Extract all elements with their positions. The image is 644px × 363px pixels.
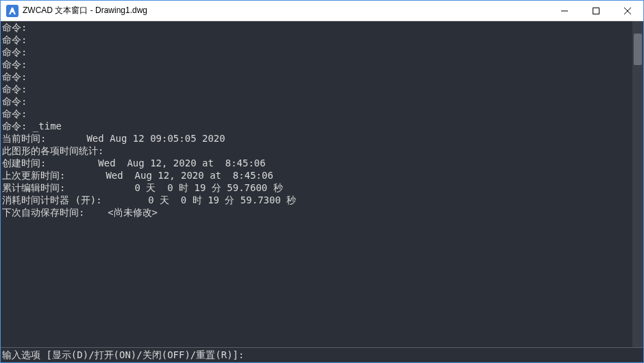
window-controls bbox=[549, 1, 643, 21]
close-icon bbox=[624, 8, 631, 14]
content-area: 命令: 命令: 命令: 命令: 命令: 命令: 命令: 命令: 命令: _tim… bbox=[1, 21, 643, 347]
terminal-output[interactable]: 命令: 命令: 命令: 命令: 命令: 命令: 命令: 命令: 命令: _tim… bbox=[1, 21, 632, 347]
window-title: ZWCAD 文本窗口 - Drawing1.dwg bbox=[23, 5, 549, 16]
scrollbar-thumb[interactable] bbox=[634, 34, 642, 65]
titlebar: ZWCAD 文本窗口 - Drawing1.dwg bbox=[1, 1, 643, 21]
minimize-icon bbox=[561, 8, 568, 14]
maximize-button[interactable] bbox=[580, 1, 612, 21]
close-button[interactable] bbox=[612, 1, 643, 21]
minimize-button[interactable] bbox=[549, 1, 580, 21]
command-bar: 输入选项 [显示(D)/打开(ON)/关闭(OFF)/重置(R)]: bbox=[1, 347, 643, 362]
maximize-icon bbox=[593, 8, 599, 14]
command-input[interactable] bbox=[244, 350, 642, 361]
app-icon bbox=[6, 5, 18, 17]
text-window: ZWCAD 文本窗口 - Drawing1.dwg 命令: 命令: 命令: 命令… bbox=[0, 0, 644, 363]
scrollbar[interactable] bbox=[632, 21, 643, 347]
command-prompt: 输入选项 [显示(D)/打开(ON)/关闭(OFF)/重置(R)]: bbox=[2, 349, 244, 362]
svg-rect-1 bbox=[593, 8, 599, 14]
